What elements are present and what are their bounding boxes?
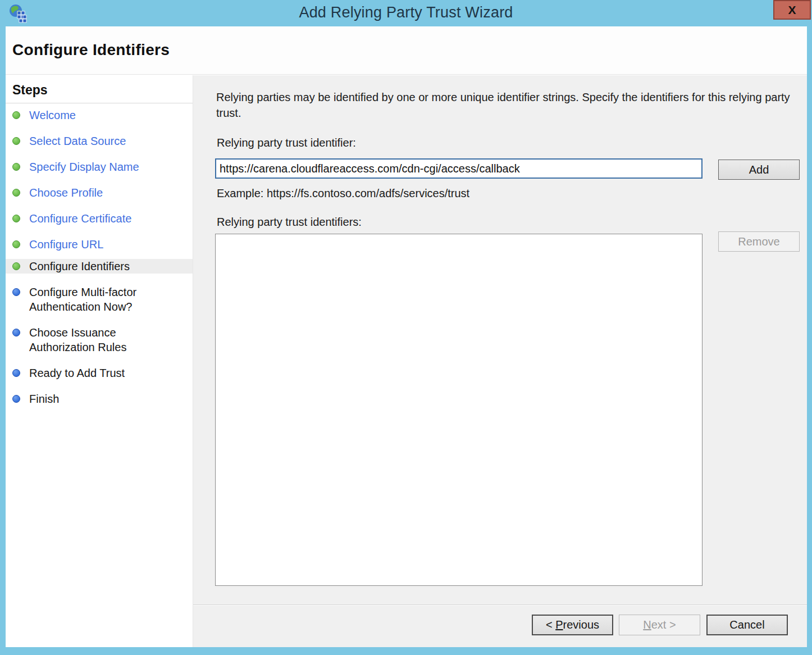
step-select-data-source: Select Data Source <box>6 134 193 148</box>
window-title: Add Relying Party Trust Wizard <box>0 4 812 21</box>
previous-button[interactable]: < Previous <box>532 615 613 635</box>
steps-separator <box>6 103 193 104</box>
content-area: Relying parties may be identified by one… <box>193 75 807 647</box>
identifiers-list-label: Relying party trust identifiers: <box>217 216 362 229</box>
step-ready-to-add-trust: Ready to Add Trust <box>6 366 193 380</box>
wizard-panel: Configure Identifiers Steps Welcome Sele… <box>6 26 807 647</box>
step-pending-icon <box>12 369 20 377</box>
step-configure-mfa: Configure Multi-factor Authentication No… <box>6 285 193 314</box>
footer-separator <box>193 604 807 606</box>
step-welcome: Welcome <box>6 108 193 122</box>
step-configure-url: Configure URL <box>6 237 193 252</box>
step-completed-icon <box>12 163 20 171</box>
identifiers-listbox[interactable] <box>215 234 702 586</box>
remove-button[interactable]: Remove <box>718 231 800 252</box>
identifier-label: Relying party trust identifier: <box>217 137 356 149</box>
titlebar[interactable]: Add Relying Party Trust Wizard X <box>0 0 812 26</box>
step-configure-certificate: Configure Certificate <box>6 211 193 226</box>
step-current-icon <box>12 262 20 270</box>
steps-heading: Steps <box>12 83 48 98</box>
step-choose-issuance-rules: Choose Issuance Authorization Rules <box>6 325 193 354</box>
step-completed-icon <box>12 240 20 248</box>
step-completed-icon <box>12 137 20 145</box>
step-completed-icon <box>12 189 20 197</box>
identifier-input[interactable] <box>215 158 702 179</box>
steps-sidebar: Steps Welcome Select Data Source Specify… <box>6 75 193 647</box>
step-configure-identifiers: Configure Identifiers <box>6 259 193 274</box>
example-text: Example: https://fs.contoso.com/adfs/ser… <box>217 187 469 200</box>
step-pending-icon <box>12 395 20 403</box>
wizard-header: Configure Identifiers <box>6 26 807 75</box>
step-completed-icon <box>12 111 20 119</box>
cancel-button[interactable]: Cancel <box>706 615 788 635</box>
add-button[interactable]: Add <box>718 160 800 180</box>
steps-list: Welcome Select Data Source Specify Displ… <box>6 108 193 417</box>
intro-text: Relying parties may be identified by one… <box>216 89 797 121</box>
next-button[interactable]: Next > <box>619 615 700 635</box>
step-pending-icon <box>12 288 20 296</box>
step-completed-icon <box>12 215 20 222</box>
step-pending-icon <box>12 329 20 336</box>
step-finish: Finish <box>6 392 193 406</box>
page-title: Configure Identifiers <box>12 41 170 59</box>
close-button[interactable]: X <box>773 0 811 20</box>
step-specify-display-name: Specify Display Name <box>6 160 193 174</box>
step-choose-profile: Choose Profile <box>6 185 193 200</box>
